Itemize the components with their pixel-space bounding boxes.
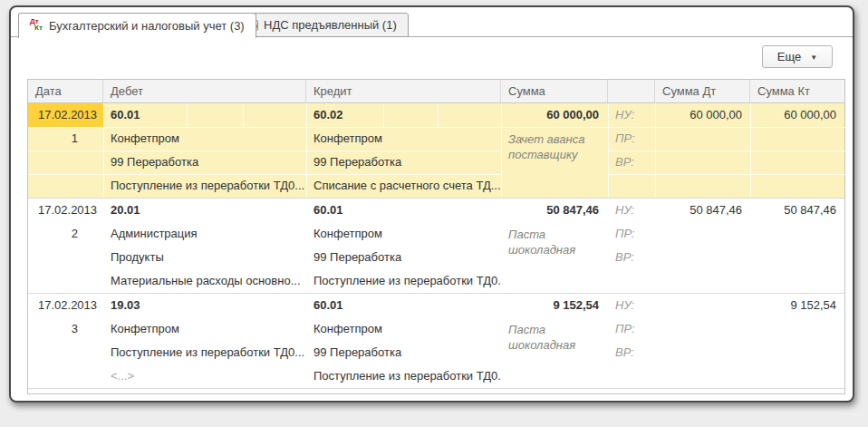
debit-subconto-1: Конфетпром xyxy=(103,317,306,341)
tab-vat-presented[interactable]: НДС предъявленный (1) xyxy=(236,13,409,37)
pr-amount-dt xyxy=(655,222,750,246)
pr-label: ПР: xyxy=(608,127,655,150)
entry-number: 3 xyxy=(28,317,103,341)
entry-date: 17.02.2013 xyxy=(28,103,103,127)
journal-entry[interactable]: 17.02.2013 1 60.01 Конфетпром 99 Перераб… xyxy=(28,103,844,198)
grid-line xyxy=(383,103,384,127)
table-footer-strip xyxy=(28,388,844,393)
debit-account: 20.01 xyxy=(103,199,306,222)
debit-account: 19.03 xyxy=(103,294,306,317)
entry-date: 17.02.2013 xyxy=(28,199,103,222)
vr-label: ВР: xyxy=(608,341,655,364)
col-header-amount-dt: Сумма Дт xyxy=(655,80,750,102)
vr-amount-kt xyxy=(750,246,844,269)
grid-line xyxy=(501,103,502,198)
credit-account: 60.01 xyxy=(306,199,501,222)
vr-amount-dt xyxy=(655,150,750,174)
credit-subconto-1: Конфетпром xyxy=(306,127,501,150)
debit-subconto-2: 99 Переработка xyxy=(103,150,306,174)
grid-line xyxy=(438,103,439,127)
grid-line xyxy=(608,150,846,151)
nu-label: НУ: xyxy=(608,103,655,127)
grid-line xyxy=(28,150,501,151)
nu-amount-kt: 50 847,46 xyxy=(750,199,844,222)
tab-accounting-and-tax[interactable]: Дт Кт Бухгалтерский и налоговый учет (3) xyxy=(18,13,256,38)
pr-label: ПР: xyxy=(608,317,655,341)
col-header-date: Дата xyxy=(28,80,103,102)
debit-subconto-3: Материальные расходы основно... xyxy=(103,269,306,293)
tab-bar: Дт Кт Бухгалтерский и налоговый учет (3)… xyxy=(11,7,853,37)
nu-amount-kt: 60 000,00 xyxy=(750,103,844,127)
col-header-credit: Кредит xyxy=(306,80,501,102)
pr-amount-kt xyxy=(750,317,844,341)
amount: 60 000,00 xyxy=(501,103,608,127)
grid-line xyxy=(28,174,501,175)
entry-number: 2 xyxy=(28,222,103,246)
amount: 9 152,54 xyxy=(501,294,608,317)
debit-subconto-3: <...> xyxy=(103,364,306,388)
pr-amount-kt xyxy=(750,127,844,150)
pr-amount-dt xyxy=(655,127,750,150)
postings-window: Дт Кт Бухгалтерский и налоговый учет (3)… xyxy=(9,5,854,403)
nu-amount-dt: 60 000,00 xyxy=(655,103,750,127)
pr-amount-kt xyxy=(750,222,844,246)
entry-comment: Зачет аванса поставщику xyxy=(501,127,608,198)
vr-amount-dt xyxy=(655,246,750,269)
amount: 50 847,46 xyxy=(501,199,608,222)
chevron-down-icon: ▼ xyxy=(810,53,817,62)
postings-table: Дата Дебет Кредит Сумма Сумма Дт Сумма К… xyxy=(27,79,845,394)
col-header-amount: Сумма xyxy=(501,80,608,102)
nu-amount-dt xyxy=(655,294,750,317)
pr-label: ПР: xyxy=(608,222,655,246)
credit-account: 60.02 xyxy=(306,103,501,127)
entry-comment: Паста шоколадная xyxy=(501,317,608,388)
col-header-amount-kt: Сумма Кт xyxy=(750,80,844,102)
vr-label: ВР: xyxy=(608,246,655,269)
nu-amount-dt: 50 847,46 xyxy=(655,199,750,222)
debit-subconto-1: Администрация xyxy=(103,222,306,246)
vr-amount-kt xyxy=(750,150,844,174)
table-body: 17.02.2013 1 60.01 Конфетпром 99 Перераб… xyxy=(28,103,844,388)
nu-label: НУ: xyxy=(608,199,655,222)
credit-subconto-1: Конфетпром xyxy=(306,317,501,341)
more-button[interactable]: Еще ▼ xyxy=(762,45,833,68)
nu-amount-kt: 9 152,54 xyxy=(750,294,844,317)
entry-date: 17.02.2013 xyxy=(28,294,103,317)
grid-line xyxy=(187,103,188,127)
entry-comment: Паста шоколадная xyxy=(501,222,608,293)
credit-subconto-3: Поступление из переработки ТД0... xyxy=(306,364,501,388)
journal-entry[interactable]: 17.02.2013 2 20.01 Администрация Продукт… xyxy=(28,198,844,293)
debit-subconto-1: Конфетпром xyxy=(103,127,306,150)
col-header-tax xyxy=(608,80,655,102)
credit-subconto-3: Поступление из переработки ТД0... xyxy=(306,269,501,293)
vr-label: ВР: xyxy=(608,150,655,174)
credit-subconto-1: Конфетпром xyxy=(306,222,501,246)
credit-account: 60.01 xyxy=(306,294,501,317)
vr-amount-kt xyxy=(750,341,844,364)
tab-label: Бухгалтерский и налоговый учет (3) xyxy=(49,19,245,33)
debit-subconto-2: Продукты xyxy=(103,246,306,269)
grid-line xyxy=(608,174,846,175)
more-button-label: Еще xyxy=(777,50,801,63)
vr-amount-dt xyxy=(655,341,750,364)
credit-subconto-2: 99 Переработка xyxy=(306,150,501,174)
grid-line xyxy=(28,127,846,128)
debit-subconto-3: Поступление из переработки ТД0... xyxy=(103,174,306,198)
col-header-debit: Дебет xyxy=(103,80,306,102)
journal-entry[interactable]: 17.02.2013 3 19.03 Конфетпром Поступлени… xyxy=(28,293,844,388)
debit-account: 60.01 xyxy=(103,103,306,127)
credit-subconto-3: Списание с расчетного счета ТД... xyxy=(306,174,501,198)
grid-line xyxy=(243,103,244,127)
credit-subconto-2: 99 Переработка xyxy=(306,246,501,269)
tab-label: НДС предъявленный (1) xyxy=(264,18,397,32)
table-header-row: Дата Дебет Кредит Сумма Сумма Дт Сумма К… xyxy=(28,80,844,103)
debit-subconto-2: Поступление из переработки ТД0... xyxy=(103,341,306,364)
kt-icon-text: Кт xyxy=(34,24,43,32)
dtkt-icon: Дт Кт xyxy=(30,19,44,33)
nu-label: НУ: xyxy=(608,294,655,317)
credit-subconto-2: 99 Переработка xyxy=(306,341,501,364)
entry-number: 1 xyxy=(28,127,103,150)
pr-amount-dt xyxy=(655,317,750,341)
